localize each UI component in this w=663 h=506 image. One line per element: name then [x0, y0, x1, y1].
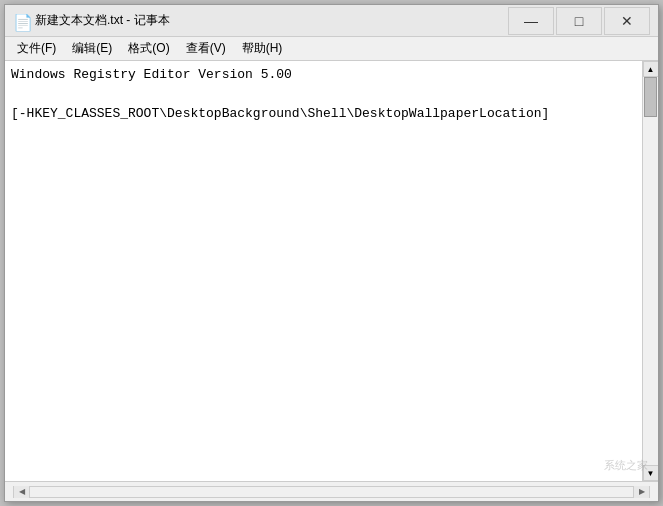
- vertical-scrollbar[interactable]: ▲ ▼: [642, 61, 658, 481]
- status-bar: ◀ ▶: [5, 481, 658, 501]
- notepad-window: 📄 新建文本文档.txt - 记事本 — □ ✕ 文件(F) 编辑(E) 格式(…: [4, 4, 659, 502]
- text-editor[interactable]: Windows Registry Editor Version 5.00 [-H…: [5, 61, 642, 481]
- horizontal-scrollbar[interactable]: ◀ ▶: [13, 486, 650, 498]
- minimize-button[interactable]: —: [508, 7, 554, 35]
- scroll-up-button[interactable]: ▲: [643, 61, 659, 77]
- menu-bar: 文件(F) 编辑(E) 格式(O) 查看(V) 帮助(H): [5, 37, 658, 61]
- maximize-button[interactable]: □: [556, 7, 602, 35]
- scroll-down-button[interactable]: ▼: [643, 465, 659, 481]
- menu-format[interactable]: 格式(O): [120, 37, 177, 60]
- scroll-track[interactable]: [643, 77, 658, 465]
- scroll-thumb[interactable]: [644, 77, 657, 117]
- scroll-left-button[interactable]: ◀: [14, 486, 30, 498]
- title-bar: 📄 新建文本文档.txt - 记事本 — □ ✕: [5, 5, 658, 37]
- app-icon: 📄: [13, 13, 29, 29]
- window-controls: — □ ✕: [508, 7, 650, 35]
- menu-edit[interactable]: 编辑(E): [64, 37, 120, 60]
- menu-view[interactable]: 查看(V): [178, 37, 234, 60]
- close-button[interactable]: ✕: [604, 7, 650, 35]
- menu-help[interactable]: 帮助(H): [234, 37, 291, 60]
- scroll-right-button[interactable]: ▶: [633, 486, 649, 498]
- window-title: 新建文本文档.txt - 记事本: [35, 12, 508, 29]
- editor-area: Windows Registry Editor Version 5.00 [-H…: [5, 61, 658, 481]
- menu-file[interactable]: 文件(F): [9, 37, 64, 60]
